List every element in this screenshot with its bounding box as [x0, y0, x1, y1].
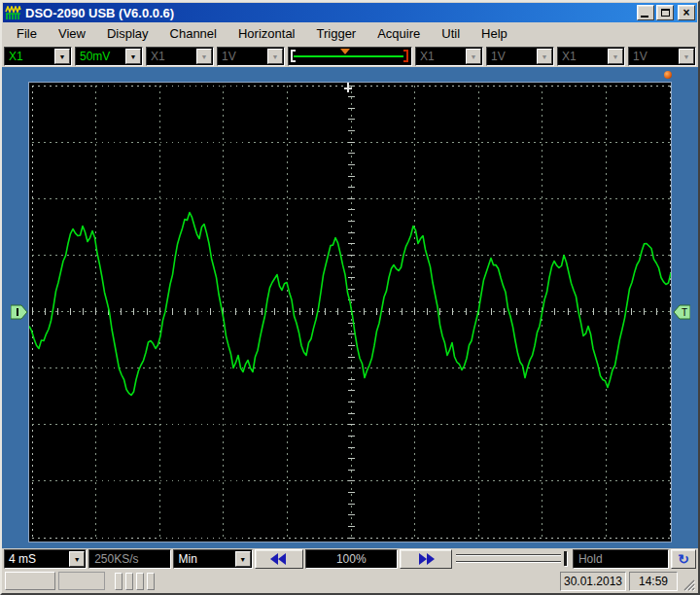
date-panel: 30.01.2013 — [560, 572, 626, 591]
window-controls: × — [637, 5, 695, 20]
toolbar-grip[interactable] — [115, 573, 122, 590]
sample-rate-value: 250KS/s — [94, 552, 138, 566]
trigger-marker-label: T — [682, 307, 687, 318]
menu-item-trigger[interactable]: Trigger — [306, 23, 368, 45]
minimize-icon — [641, 16, 648, 18]
menu-item-view[interactable]: View — [48, 23, 96, 45]
ch1-attenuation-select[interactable]: X1▼ — [4, 47, 72, 66]
status-panel-2 — [58, 572, 105, 590]
chevron-down-icon[interactable]: ▼ — [466, 49, 481, 64]
maximize-button[interactable] — [656, 5, 674, 20]
maximize-icon — [661, 9, 670, 17]
ch4-volts-div-select[interactable]: 1V▼ — [628, 47, 696, 66]
window-title: DSO-2090 USB (V6.0.0.6) — [25, 6, 633, 20]
close-button[interactable]: × — [678, 5, 695, 20]
chevron-down-icon[interactable]: ▼ — [69, 551, 85, 567]
refresh-button[interactable]: ↻ — [671, 549, 696, 569]
refresh-icon: ↻ — [678, 551, 689, 567]
chevron-down-icon[interactable]: ▼ — [608, 49, 623, 64]
zoom-level-value: 100% — [336, 552, 367, 566]
ch3-attenuation-select[interactable]: X1▼ — [415, 47, 483, 66]
horizontal-scroll-slider[interactable] — [454, 549, 571, 569]
menu-item-help[interactable]: Help — [471, 23, 518, 45]
trigger-window-right-bracket[interactable] — [403, 50, 408, 62]
menu-item-display[interactable]: Display — [96, 23, 159, 45]
ch2-volts-div-select[interactable]: 1V▼ — [217, 47, 285, 66]
ch1-volts-div-select[interactable]: 50mV▼ — [75, 47, 143, 66]
time-value: 14:59 — [639, 575, 668, 588]
timebase-value: 4 mS — [5, 552, 69, 566]
close-icon: × — [682, 7, 689, 18]
trigger-marker-icon[interactable] — [340, 49, 350, 54]
double-chevron-left-icon — [270, 553, 288, 565]
ch2-volts-div-value: 1V — [218, 50, 267, 63]
channel-position-marker[interactable] — [11, 304, 28, 320]
menu-item-file[interactable]: File — [6, 23, 48, 45]
chevron-down-icon[interactable]: ▼ — [679, 49, 694, 64]
app-logo-icon — [5, 6, 21, 20]
scope-client-area: T — [2, 67, 698, 548]
ch1-attenuation-value: X1 — [5, 50, 54, 63]
right-channel-combos: X1▼1V▼X1▼1V▼ — [415, 47, 696, 66]
acquisition-mode-value: Min — [174, 552, 234, 566]
timebase-select[interactable]: 4 mS ▼ — [4, 549, 87, 569]
sample-rate-panel: 250KS/s — [88, 549, 171, 569]
resize-grip[interactable] — [681, 577, 695, 591]
double-chevron-right-icon — [417, 553, 435, 565]
chevron-down-icon[interactable]: ▼ — [54, 49, 70, 64]
chevron-down-icon[interactable]: ▼ — [267, 49, 283, 64]
minimize-button[interactable] — [637, 5, 654, 20]
scroll-right-button[interactable] — [400, 549, 452, 569]
menu-item-channel[interactable]: Channel — [159, 23, 228, 45]
trigger-time-marker-cross — [344, 88, 352, 89]
slider-track — [456, 561, 561, 562]
trigger-time-marker[interactable] — [344, 83, 352, 93]
status-bar-info: 30.01.2013 14:59 — [2, 570, 698, 593]
trigger-window-left-bracket — [291, 50, 296, 62]
chevron-down-icon[interactable]: ▼ — [125, 49, 141, 64]
zoom-level-panel: 100% — [305, 549, 398, 569]
ch2-attenuation-select[interactable]: X1▼ — [146, 47, 214, 66]
menu-item-acquire[interactable]: Acquire — [367, 23, 431, 45]
hold-status-value: Hold — [578, 552, 603, 566]
menu-bar: FileViewDisplayChannelHorizontalTriggerA… — [2, 22, 698, 46]
ch3-volts-div-select[interactable]: 1V▼ — [486, 47, 554, 66]
trigger-level-marker[interactable]: T — [673, 304, 690, 320]
slider-thumb[interactable] — [564, 551, 567, 566]
toolbar-grip[interactable] — [125, 573, 133, 590]
chevron-down-icon[interactable]: ▼ — [235, 551, 251, 567]
scope-display[interactable] — [29, 83, 671, 542]
menu-item-horizontal[interactable]: Horizontal — [228, 23, 306, 45]
scope-svg — [29, 83, 671, 542]
ch4-attenuation-value: X1 — [558, 50, 608, 63]
chevron-down-icon[interactable]: ▼ — [196, 49, 212, 64]
trigger-slider-track — [294, 55, 403, 57]
hold-status-panel: Hold — [573, 549, 669, 569]
scroll-left-button[interactable] — [255, 549, 303, 569]
channel-toolbar: X1▼50mV▼X1▼1V▼ X1▼1V▼X1▼1V▼ — [2, 46, 698, 67]
ch3-volts-div-value: 1V — [487, 50, 537, 63]
trigger-slider-end-dot-icon — [664, 71, 672, 79]
left-channel-combos: X1▼50mV▼X1▼1V▼ — [4, 47, 285, 66]
time-panel: 14:59 — [629, 572, 678, 591]
chevron-down-icon[interactable]: ▼ — [537, 49, 552, 64]
status-bar-controls: 4 mS ▼ 250KS/s Min ▼ 100% H — [2, 548, 698, 570]
ch4-volts-div-value: 1V — [629, 50, 679, 63]
toolbar-grip[interactable] — [147, 573, 155, 590]
app-window: DSO-2090 USB (V6.0.0.6) × FileViewDispla… — [0, 0, 700, 595]
status-panel-1 — [5, 572, 55, 590]
slider-track — [456, 554, 561, 555]
ch4-attenuation-select[interactable]: X1▼ — [557, 47, 625, 66]
ch1-volts-div-value: 50mV — [76, 50, 125, 63]
menu-item-util[interactable]: Util — [431, 23, 471, 45]
title-bar[interactable]: DSO-2090 USB (V6.0.0.6) × — [3, 3, 697, 22]
toolbar-grip[interactable] — [136, 573, 144, 590]
ch2-attenuation-value: X1 — [147, 50, 196, 63]
date-value: 30.01.2013 — [564, 575, 622, 588]
ch3-attenuation-value: X1 — [416, 50, 466, 63]
acquisition-mode-select[interactable]: Min ▼ — [173, 549, 252, 569]
trigger-position-slider[interactable] — [288, 47, 412, 66]
